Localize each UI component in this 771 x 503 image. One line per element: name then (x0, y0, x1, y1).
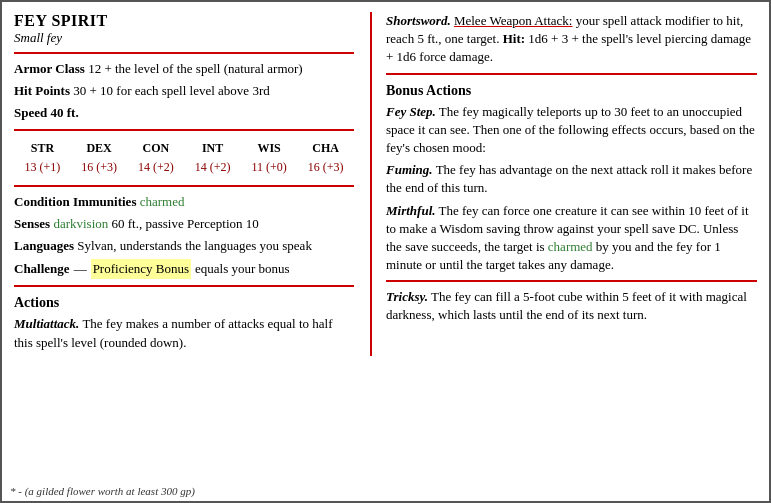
actions-section-title: Actions (14, 295, 354, 311)
ability-header-dex: DEX (71, 139, 128, 158)
fey-step-text: The fey magically teleports up to 30 fee… (386, 104, 755, 155)
armor-class-label: Armor Class (14, 61, 85, 76)
senses-line: Senses darkvision 60 ft., passive Percep… (14, 215, 354, 233)
divider-4 (14, 285, 354, 287)
tricksy-text: The fey can fill a 5-foot cube within 5 … (386, 289, 747, 322)
shortsword-entry: Shortsword. Melee Weapon Attack: your sp… (386, 12, 757, 67)
speed-value: 40 ft. (50, 105, 78, 120)
footnote: * - (a gilded flower worth at least 300 … (10, 485, 195, 497)
condition-immunities-line: Condition Immunities charmed (14, 193, 354, 211)
shortsword-hit: Hit: (503, 31, 525, 46)
armor-class-line: Armor Class 12 + the level of the spell … (14, 60, 354, 78)
stat-block-card: FEY SPIRIT Small fey Armor Class 12 + th… (0, 0, 771, 503)
fey-step-title: Fey Step. (386, 104, 436, 119)
divider-right-2 (386, 280, 757, 282)
challenge-label: Challenge (14, 260, 70, 278)
ability-header-int: INT (184, 139, 241, 158)
senses-label: Senses (14, 216, 50, 231)
speed-label: Speed (14, 105, 47, 120)
ability-header-cha: CHA (297, 139, 354, 158)
tricksy-entry: Tricksy. The fey can fill a 5-foot cube … (386, 288, 757, 324)
hit-points-value: 30 + 10 for each spell level above 3rd (73, 83, 270, 98)
challenge-proficiency-bonus: Proficiency Bonus (91, 259, 191, 279)
languages-label: Languages (14, 238, 74, 253)
ability-scores-table: STR DEX CON INT WIS CHA 13 (+1) 16 (+3) … (14, 139, 354, 177)
armor-class-value: 12 + the level of the spell (natural arm… (88, 61, 303, 76)
challenge-dash: — (74, 260, 87, 278)
ability-header-str: STR (14, 139, 71, 158)
senses-value: darkvision 60 ft., passive Perception 10 (53, 216, 258, 231)
ability-dex: 16 (+3) (71, 158, 128, 177)
fuming-title: Fuming. (386, 162, 433, 177)
ability-con: 14 (+2) (128, 158, 185, 177)
ability-header-wis: WIS (241, 139, 297, 158)
multiattack-title: Multiattack. (14, 316, 79, 331)
divider-3 (14, 185, 354, 187)
ability-int: 14 (+2) (184, 158, 241, 177)
creature-type: Small fey (14, 30, 354, 46)
languages-line: Languages Sylvan, understands the langua… (14, 237, 354, 255)
condition-immunities-value: charmed (140, 194, 185, 209)
divider-2 (14, 129, 354, 131)
mirthful-entry: Mirthful. The fey can force one creature… (386, 202, 757, 275)
bonus-actions-title: Bonus Actions (386, 83, 757, 99)
hit-points-label: Hit Points (14, 83, 70, 98)
shortsword-label: Shortsword. (386, 13, 451, 28)
condition-immunities-label: Condition Immunities (14, 194, 136, 209)
fey-step-entry: Fey Step. The fey magically teleports up… (386, 103, 757, 158)
mirthful-charmed: charmed (548, 239, 593, 254)
mirthful-title: Mirthful. (386, 203, 436, 218)
languages-value: Sylvan, understands the languages you sp… (77, 238, 312, 253)
tricksy-title: Tricksy. (386, 289, 428, 304)
fuming-entry: Fuming. The fey has advantage on the nex… (386, 161, 757, 197)
ability-str: 13 (+1) (14, 158, 71, 177)
fuming-text: The fey has advantage on the next attack… (386, 162, 752, 195)
multiattack-entry: Multiattack. The fey makes a number of a… (14, 315, 354, 351)
mirthful-text: The fey can force one creature it can se… (386, 203, 749, 273)
speed-line: Speed 40 ft. (14, 104, 354, 122)
right-column: Shortsword. Melee Weapon Attack: your sp… (370, 12, 757, 356)
shortsword-underline: Melee Weapon Attack: (454, 13, 573, 28)
ability-header-con: CON (128, 139, 185, 158)
creature-name: FEY SPIRIT (14, 12, 354, 30)
left-column: FEY SPIRIT Small fey Armor Class 12 + th… (14, 12, 354, 356)
divider-1 (14, 52, 354, 54)
hit-points-line: Hit Points 30 + 10 for each spell level … (14, 82, 354, 100)
divider-right-1 (386, 73, 757, 75)
challenge-line: Challenge — Proficiency Bonus equals you… (14, 259, 354, 279)
ability-cha: 16 (+3) (297, 158, 354, 177)
ability-wis: 11 (+0) (241, 158, 297, 177)
challenge-suffix: equals your bonus (195, 260, 290, 278)
